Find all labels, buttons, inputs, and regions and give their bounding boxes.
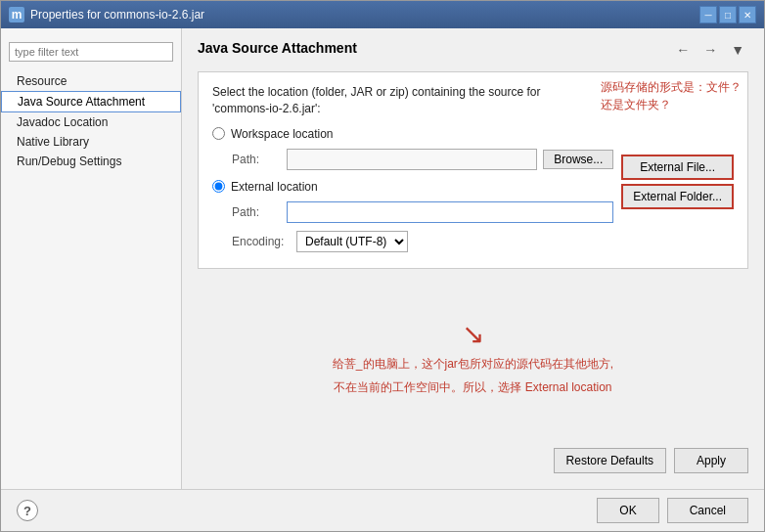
sidebar: Resource Java Source Attachment Javadoc … bbox=[1, 28, 182, 489]
section-inner: Workspace location Path: Browse... Exter… bbox=[212, 127, 734, 252]
apply-button[interactable]: Apply bbox=[674, 448, 748, 473]
restore-apply-row: Restore Defaults Apply bbox=[198, 440, 748, 477]
section-right: External File... External Folder... bbox=[621, 127, 734, 252]
section-box: 源码存储的形式是：文件？ 还是文件夹？ Select the location … bbox=[198, 71, 748, 269]
maximize-button[interactable]: □ bbox=[719, 6, 737, 23]
sidebar-item-native[interactable]: Native Library bbox=[1, 132, 181, 152]
external-radio-label[interactable]: External location bbox=[231, 180, 318, 194]
ok-button[interactable]: OK bbox=[597, 498, 658, 523]
minimize-button[interactable]: ─ bbox=[699, 6, 717, 23]
main-panel: Java Source Attachment ← → ▼ 源码存储的形式是：文件… bbox=[182, 28, 764, 489]
annotation-text: 给菩_的电脑上，这个jar包所对应的源代码在其他地方, 不在当前的工作空间中。所… bbox=[333, 352, 613, 398]
external-radio-row: External location bbox=[212, 180, 613, 194]
main-window: m Properties for commons-io-2.6.jar ─ □ … bbox=[0, 0, 765, 532]
panel-title: Java Source Attachment bbox=[198, 40, 357, 56]
titlebar: m Properties for commons-io-2.6.jar ─ □ … bbox=[1, 1, 764, 28]
source-annotation: 源码存储的形式是：文件？ 还是文件夹？ bbox=[601, 78, 742, 113]
encoding-label: Encoding: bbox=[232, 235, 291, 248]
dropdown-button[interactable]: ▼ bbox=[727, 40, 748, 60]
panel-header: Java Source Attachment ← → ▼ bbox=[198, 40, 748, 66]
external-path-row: Path: bbox=[232, 201, 613, 223]
external-folder-button[interactable]: External Folder... bbox=[621, 184, 734, 209]
section-left: Workspace location Path: Browse... Exter… bbox=[212, 127, 613, 252]
browse-button[interactable]: Browse... bbox=[543, 150, 613, 169]
cancel-button[interactable]: Cancel bbox=[667, 498, 748, 523]
window-title: Properties for commons-io-2.6.jar bbox=[30, 8, 699, 22]
bottom-bar: ? OK Cancel bbox=[1, 489, 764, 531]
encoding-select[interactable]: Default (UTF-8) bbox=[296, 231, 408, 252]
bottom-left: ? bbox=[17, 500, 38, 521]
sidebar-item-java-source[interactable]: Java Source Attachment bbox=[1, 91, 181, 112]
external-path-label: Path: bbox=[232, 205, 281, 219]
external-radio[interactable] bbox=[212, 180, 225, 193]
encoding-row: Encoding: Default (UTF-8) bbox=[232, 231, 613, 252]
workspace-radio-label[interactable]: Workspace location bbox=[231, 127, 334, 141]
sidebar-filter[interactable] bbox=[9, 42, 173, 62]
content-area: Resource Java Source Attachment Javadoc … bbox=[1, 28, 764, 489]
window-controls: ─ □ ✕ bbox=[699, 6, 756, 23]
arrow-icon: ↘ bbox=[462, 318, 484, 350]
panel-toolbar: ← → ▼ bbox=[672, 40, 748, 60]
app-icon: m bbox=[9, 7, 24, 22]
workspace-radio[interactable] bbox=[212, 127, 225, 140]
workspace-path-row: Path: Browse... bbox=[232, 149, 613, 170]
workspace-path-label: Path: bbox=[232, 153, 281, 166]
external-path-input[interactable] bbox=[287, 201, 613, 223]
sidebar-item-javadoc[interactable]: Javadoc Location bbox=[1, 112, 181, 132]
workspace-path-input[interactable] bbox=[287, 149, 537, 170]
forward-button[interactable]: → bbox=[699, 40, 721, 60]
close-button[interactable]: ✕ bbox=[739, 6, 756, 23]
bottom-right: OK Cancel bbox=[597, 498, 748, 523]
back-button[interactable]: ← bbox=[672, 40, 694, 60]
filter-input[interactable] bbox=[9, 42, 173, 62]
restore-defaults-button[interactable]: Restore Defaults bbox=[554, 448, 666, 473]
sidebar-item-resource[interactable]: Resource bbox=[1, 71, 181, 91]
annotation-area: ↘ 给菩_的电脑上，这个jar包所对应的源代码在其他地方, 不在当前的工作空间中… bbox=[198, 277, 748, 440]
workspace-radio-row: Workspace location bbox=[212, 127, 613, 141]
sidebar-item-run-debug[interactable]: Run/Debug Settings bbox=[1, 152, 181, 171]
help-button[interactable]: ? bbox=[17, 500, 38, 521]
description-text: Select the location (folder, JAR or zip)… bbox=[212, 84, 623, 117]
external-file-button[interactable]: External File... bbox=[621, 155, 734, 180]
